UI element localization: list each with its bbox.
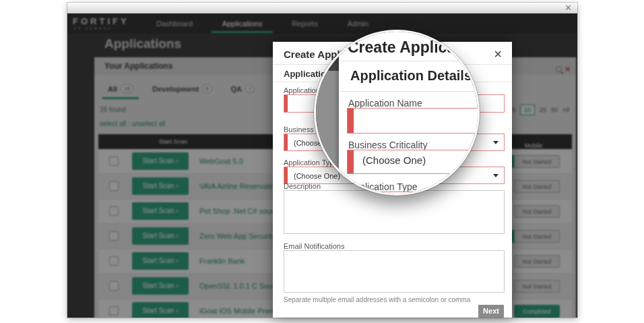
lens-business-criticality-label: Business Criticality (348, 140, 427, 150)
email-notifications-label: Email Notifications (284, 242, 344, 250)
description-textarea[interactable] (284, 190, 505, 234)
divider (340, 61, 480, 61)
window-titlebar: ✕ (67, 3, 577, 13)
chevron-down-icon (493, 174, 498, 177)
magnifier-lens: Create Application - Step 1 of 5 Applica… (314, 30, 480, 196)
lens-section-label: Application Details (350, 68, 472, 84)
screenshot-stage: ✕ FORTIFY ON DEMAND DashboardApplication… (0, 0, 644, 323)
modal-close-icon[interactable]: ✕ (494, 48, 503, 61)
next-button[interactable]: Next (478, 305, 504, 318)
lens-business-criticality-value: (Choose One) (362, 154, 426, 166)
lens-application-name-input (347, 108, 480, 134)
window-close-icon[interactable]: ✕ (565, 3, 572, 13)
email-notifications-textarea[interactable] (284, 250, 505, 293)
app-window: ✕ FORTIFY ON DEMAND DashboardApplication… (67, 3, 577, 318)
email-hint: Separate multiple email addresses with a… (284, 296, 470, 303)
chevron-down-icon (493, 141, 498, 144)
lens-application-name-label: Application Name (348, 98, 422, 109)
divider (340, 91, 480, 92)
description-label: Description (284, 182, 321, 190)
application-type-value: (Choose One) (294, 172, 340, 180)
